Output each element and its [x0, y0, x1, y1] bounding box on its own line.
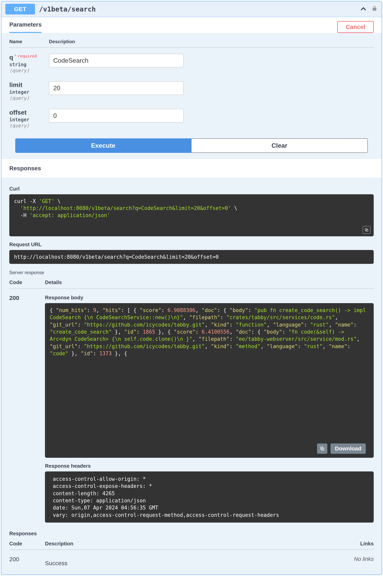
tab-bar: Parameters Cancel: [1, 17, 382, 33]
param-type: integer: [9, 89, 49, 95]
chevron-up-icon[interactable]: [360, 5, 367, 13]
json-val: 1373: [99, 351, 112, 357]
request-url-box: http://localhost:8080/v1beta/search?q=Co…: [9, 250, 374, 264]
doc-responses-label: Responses: [9, 530, 374, 537]
json-val: "create_code_search": [50, 329, 112, 335]
json-val: 6.4100556: [202, 329, 230, 335]
doc-status-code: 200: [9, 556, 45, 567]
curl-box: curl -X 'GET' \ 'http://localhost:8080/v…: [9, 194, 374, 236]
method-badge: GET: [5, 4, 35, 15]
cancel-button[interactable]: Cancel: [337, 21, 374, 33]
doc-links: No links: [342, 556, 374, 567]
doc-description: Success: [45, 560, 342, 567]
response-headers-box: access-control-allow-origin: * access-co…: [45, 471, 374, 523]
curl-text: -H: [14, 212, 30, 218]
col-code: Code: [9, 279, 45, 285]
curl-text: [14, 205, 20, 211]
col-description: Description: [45, 541, 346, 547]
col-name: Name: [9, 39, 49, 44]
curl-text: \: [231, 205, 237, 211]
col-description: Description: [49, 39, 374, 44]
param-in: (query): [9, 95, 49, 101]
json-val: 1865: [143, 329, 155, 335]
param-type: integer: [9, 117, 49, 123]
json-val: "function": [236, 322, 267, 328]
input-q[interactable]: [49, 54, 184, 67]
json-val: "https://github.com/icycodes/tabby.git": [84, 322, 205, 328]
request-url-label: Request URL: [9, 241, 374, 248]
clear-button[interactable]: Clear: [191, 138, 368, 153]
input-limit[interactable]: [49, 81, 184, 95]
curl-text: \: [55, 198, 61, 204]
response-body-box[interactable]: { "num_hits": 9, "hits": [ { "score": 6.…: [45, 303, 374, 458]
endpoint-path: /v1beta/search: [39, 5, 360, 13]
json-val: "rust": [310, 322, 329, 328]
json-val: "ee/tabby-webserver/src/service/mod.rs": [236, 336, 356, 342]
curl-label: Curl: [9, 186, 374, 192]
curl-text: 'accept: application/json': [30, 212, 110, 218]
responses-section: Curl curl -X 'GET' \ 'http://localhost:8…: [1, 178, 382, 528]
param-row-offset: offset integer (query): [9, 109, 374, 128]
col-code: Code: [9, 541, 45, 547]
param-name: q: [9, 54, 13, 61]
response-headers-label: Response headers: [45, 463, 374, 469]
input-offset[interactable]: [49, 109, 184, 123]
required-text: required: [18, 54, 37, 59]
copy-icon[interactable]: [363, 226, 370, 234]
param-name: limit: [9, 81, 49, 89]
curl-text: 'GET': [39, 198, 54, 204]
col-details: Details: [45, 279, 374, 285]
param-name: offset: [9, 109, 49, 116]
parameters-section: Name Description q * required string (qu…: [1, 33, 382, 159]
lock-icon[interactable]: [371, 5, 378, 13]
param-in: (query): [9, 123, 49, 128]
param-in: (query): [9, 68, 49, 73]
json-val: 6.9088306: [168, 307, 195, 313]
json-val: "rust": [304, 343, 323, 349]
param-row-q: q * required string (query): [9, 54, 374, 73]
col-links: Links: [346, 541, 374, 547]
json-val: 9: [93, 307, 96, 313]
param-row-limit: limit integer (query): [9, 81, 374, 101]
opblock: GET /v1beta/search Parameters Cancel Nam…: [1, 1, 382, 575]
json-val: "code": [50, 351, 68, 357]
curl-text: curl -X: [14, 198, 39, 204]
server-response-label: Server response: [9, 270, 374, 275]
doc-responses: Responses Code Description Links 200 Suc…: [1, 530, 382, 574]
tab-parameters[interactable]: Parameters: [9, 21, 42, 33]
status-code: 200: [9, 294, 45, 523]
json-val: "method": [236, 343, 260, 349]
responses-header: Responses: [1, 159, 382, 178]
download-button[interactable]: Download: [330, 443, 366, 454]
json-val: "crates/tabby/src/services/code.rs": [226, 315, 335, 320]
execute-button[interactable]: Execute: [15, 138, 191, 153]
response-body-label: Response body: [45, 294, 374, 301]
opblock-summary[interactable]: GET /v1beta/search: [1, 1, 382, 17]
curl-text: 'http://localhost:8080/v1beta/search?q=C…: [20, 205, 231, 211]
json-val: "https://github.com/icycodes/tabby.git": [84, 343, 205, 349]
required-star: *: [15, 54, 16, 58]
copy-icon[interactable]: [317, 443, 327, 454]
param-type: string: [9, 62, 49, 67]
